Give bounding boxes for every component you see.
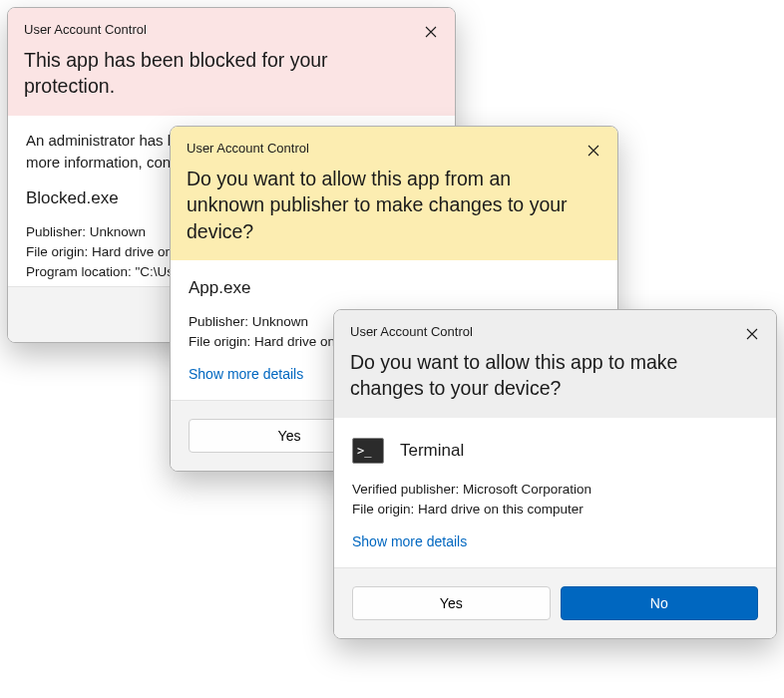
app-name: Terminal [400, 441, 464, 461]
dialog-footer: Yes No [334, 567, 776, 638]
dialog-heading: Do you want to allow this app to make ch… [350, 349, 760, 402]
dialog-header: User Account Control Do you want to allo… [171, 127, 617, 260]
dialog-title-small: User Account Control [187, 141, 601, 156]
no-button[interactable]: No [561, 586, 759, 620]
close-button[interactable] [738, 320, 766, 348]
publisher-line: Verified publisher: Microsoft Corporatio… [352, 480, 758, 500]
close-button[interactable] [417, 18, 445, 46]
close-icon [746, 328, 758, 340]
close-icon [588, 145, 599, 157]
app-row: >_ Terminal [352, 438, 758, 464]
dialog-body: >_ Terminal Verified publisher: Microsof… [334, 418, 776, 568]
dialog-header: User Account Control Do you want to allo… [334, 310, 776, 418]
close-icon [425, 26, 437, 38]
yes-button[interactable]: Yes [352, 586, 551, 620]
dialog-header: User Account Control This app has been b… [8, 8, 455, 116]
dialog-title-small: User Account Control [24, 22, 439, 37]
close-button[interactable] [580, 137, 607, 165]
uac-dialog-verified: User Account Control Do you want to allo… [333, 309, 777, 639]
dialog-heading: Do you want to allow this app from an un… [187, 166, 601, 244]
show-more-details-link[interactable]: Show more details [352, 533, 467, 549]
file-origin-line: File origin: Hard drive on this computer [352, 500, 758, 520]
app-name: App.exe [189, 278, 599, 298]
show-more-details-link[interactable]: Show more details [189, 366, 303, 382]
dialog-heading: This app has been blocked for your prote… [24, 47, 439, 100]
terminal-icon: >_ [352, 438, 384, 464]
dialog-title-small: User Account Control [350, 324, 760, 339]
